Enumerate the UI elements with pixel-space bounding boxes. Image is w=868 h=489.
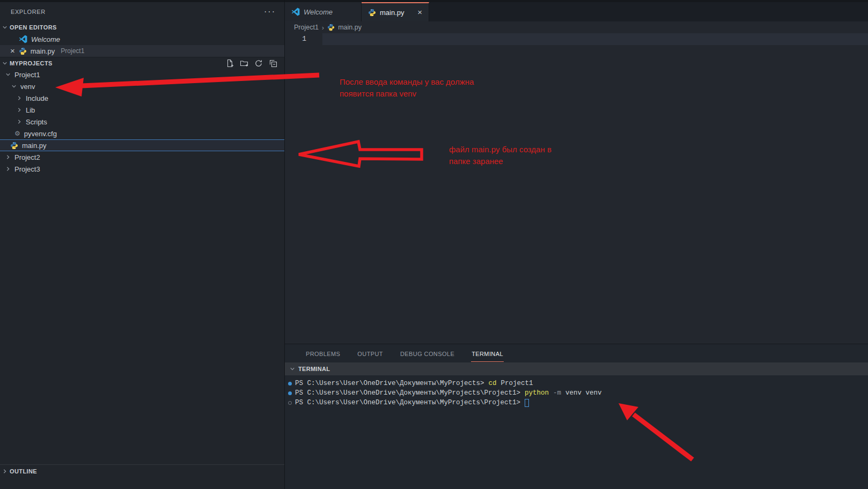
tree-item-label: main.py [22,142,47,150]
terminal-header-label: TERMINAL [298,366,330,372]
terminal-command: cd [489,379,497,388]
terminal-parameter: -m [553,388,561,398]
annotation-text-line: появится папка venv [340,88,474,100]
panel-tab-problems[interactable]: PROBLEMS [305,345,341,361]
chevron-down-icon [11,84,17,89]
open-editors-section-header[interactable]: OPEN EDITORS [0,21,284,33]
myprojects-label: MYPROJECTS [10,60,53,66]
close-icon[interactable]: × [417,9,422,16]
terminal-line: PS C:\Users\User\OneDrive\Документы\MyPr… [288,398,868,408]
tree-item-label: Include [26,94,48,102]
python-file-icon [327,24,335,31]
chevron-right-icon [17,107,22,113]
collapse-folders-icon[interactable] [269,59,277,68]
annotation-note-venv: После ввода команды у вас должна появитс… [340,76,474,100]
chevron-down-icon [2,61,8,66]
tree-item-label: pyvenv.cfg [24,130,57,138]
new-file-icon[interactable] [225,59,234,68]
tab-welcome[interactable]: Welcome [285,2,362,21]
python-file-icon [19,47,27,55]
tree-item-label: Scripts [26,118,47,126]
command-success-dot-icon [288,391,292,395]
annotation-text-line: папке заранее [449,155,551,167]
terminal-cursor [525,399,529,407]
python-file-icon [10,142,18,150]
annotation-text-line: После ввода команды у вас должна [340,76,474,88]
terminal-line: PS C:\Users\User\OneDrive\Документы\MyPr… [288,388,868,398]
breadcrumb-separator: › [322,24,324,32]
outline-section-header[interactable]: OUTLINE [0,464,284,477]
outline-label: OUTLINE [10,468,37,475]
tree-item-label: Lib [26,106,35,114]
tree-item-project1[interactable]: Project1 [0,69,284,80]
chevron-right-icon [2,469,8,474]
open-editor-item-welcome[interactable]: Welcome [0,33,284,45]
chevron-right-icon [5,154,11,160]
command-pending-dot-icon [288,401,292,405]
chevron-right-icon [17,119,22,124]
terminal-section-header[interactable]: TERMINAL [285,362,868,375]
tree-item-venv[interactable]: venv [0,80,284,92]
terminal-argument: venv venv [565,388,602,398]
open-editor-label: Welcome [31,35,60,43]
tab-label: main.py [380,9,404,17]
open-editor-project-badge: Project1 [61,47,84,55]
chevron-right-icon [17,95,22,101]
tree-item-pyvenv-cfg[interactable]: ⚙ pyvenv.cfg [0,128,284,139]
tab-label: Welcome [304,8,333,16]
terminal-prompt: PS C:\Users\User\OneDrive\Документы\MyPr… [295,388,520,398]
current-line-highlight [322,33,868,45]
sidebar-title: EXPLORER [11,9,46,15]
tree-item-label: Project1 [14,71,40,79]
python-file-icon [368,9,376,17]
breadcrumb-mainpy[interactable]: main.py [338,24,362,31]
more-actions-icon[interactable]: ··· [264,9,276,14]
tree-item-include[interactable]: Include [0,92,284,104]
tree-item-label: Project3 [14,165,40,173]
sidebar-title-row: EXPLORER ··· [0,2,284,21]
chevron-down-icon [5,72,11,77]
tab-mainpy-active[interactable]: main.py × [362,2,429,21]
terminal-prompt: PS C:\Users\User\OneDrive\Документы\MyPr… [295,398,520,408]
tree-item-scripts[interactable]: Scripts [0,116,284,128]
gear-icon: ⚙ [14,130,20,137]
refresh-icon[interactable] [254,59,263,68]
close-icon[interactable]: × [10,47,15,55]
terminal-prompt: PS C:\Users\User\OneDrive\Документы\MyPr… [295,379,484,388]
chevron-down-icon [290,366,295,372]
tree-item-project3[interactable]: Project3 [0,163,284,175]
annotation-note-mainpy: файл main.py был создан в папке заранее [449,144,551,167]
command-success-dot-icon [288,382,292,386]
terminal-line: PS C:\Users\User\OneDrive\Документы\MyPr… [288,379,868,388]
bottom-panel: PROBLEMS OUTPUT DEBUG CONSOLE TERMINAL T… [285,344,868,489]
open-editor-label: main.py [31,47,55,55]
open-editor-item-mainpy[interactable]: × main.py Project1 [0,45,284,57]
panel-tab-output[interactable]: OUTPUT [357,345,384,361]
breadcrumb-project1[interactable]: Project1 [294,24,319,31]
chevron-down-icon [2,25,8,30]
open-editors-label: OPEN EDITORS [10,24,57,31]
line-number: 1 [285,33,319,45]
new-folder-icon[interactable] [240,59,248,68]
myprojects-section-header[interactable]: MYPROJECTS [0,57,284,69]
panel-tab-debug-console[interactable]: DEBUG CONSOLE [400,345,455,361]
vscode-logo-icon [19,35,27,43]
editor-tab-bar: Welcome main.py × [285,2,868,21]
tree-item-mainpy-selected[interactable]: main.py [0,139,284,151]
chevron-right-icon [5,166,11,172]
terminal-command: python [525,388,549,398]
breadcrumb: Project1 › main.py [285,21,868,33]
explorer-actions [225,59,284,68]
tree-item-lib[interactable]: Lib [0,104,284,116]
terminal-argument: Project1 [501,379,533,388]
tree-item-project2[interactable]: Project2 [0,151,284,163]
panel-tab-bar: PROBLEMS OUTPUT DEBUG CONSOLE TERMINAL [285,344,868,362]
vscode-logo-icon [291,8,300,16]
terminal-content[interactable]: PS C:\Users\User\OneDrive\Документы\MyPr… [285,375,868,408]
panel-tab-terminal-active[interactable]: TERMINAL [471,345,504,362]
annotation-text-line: файл main.py был создан в [449,144,551,155]
explorer-sidebar: EXPLORER ··· OPEN EDITORS Welcome × main… [0,2,284,489]
tree-item-label: venv [20,83,35,91]
tree-item-label: Project2 [14,153,40,161]
